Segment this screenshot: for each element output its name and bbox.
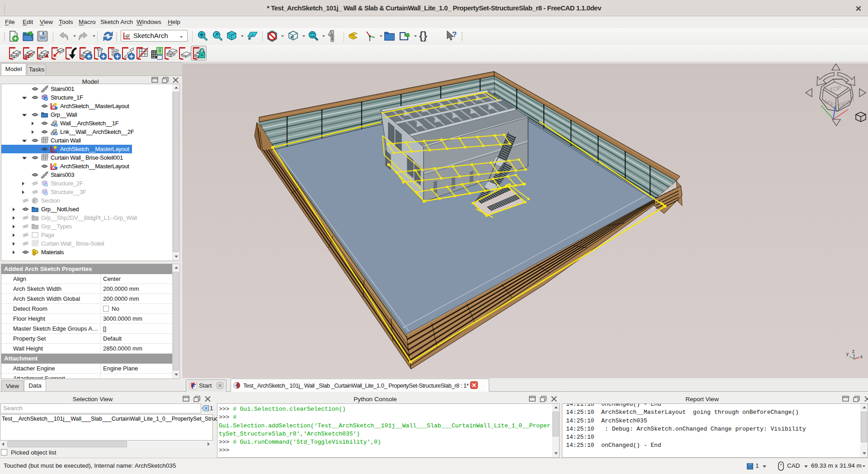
svg-text:?: ?	[452, 30, 457, 39]
svg-text:z: z	[852, 349, 854, 354]
svg-text:x: x	[860, 354, 863, 359]
svg-text:y: y	[846, 351, 849, 356]
